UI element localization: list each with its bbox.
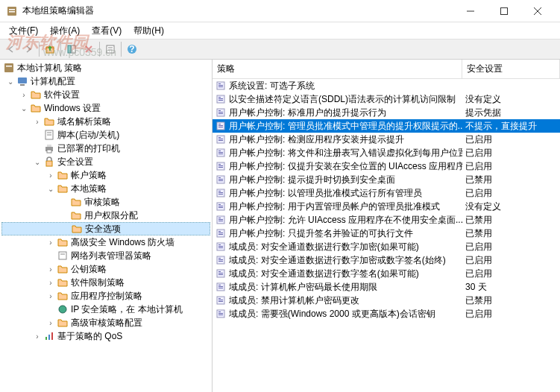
expand-icon[interactable]: › bbox=[45, 169, 57, 181]
policy-row[interactable]: 域成员: 需要强(Windows 2000 或更高版本)会话密钥已启用 bbox=[213, 307, 560, 320]
delete-button[interactable] bbox=[81, 41, 97, 57]
svg-rect-65 bbox=[218, 180, 223, 181]
svg-rect-35 bbox=[218, 83, 221, 84]
menu-help[interactable]: 帮助(H) bbox=[128, 23, 170, 39]
tree-pubkey[interactable]: › 公钥策略 bbox=[1, 262, 210, 276]
tree-security[interactable]: ⌄ 安全设置 bbox=[1, 155, 210, 168]
policy-icon bbox=[215, 107, 226, 118]
policy-row[interactable]: 用户帐户控制: 只提升签名并验证的可执行文件已禁用 bbox=[213, 227, 560, 240]
tree-windows[interactable]: ⌄ Windows 设置 bbox=[1, 101, 210, 115]
policy-row[interactable]: 用户帐户控制: 管理员批准模式中管理员的提升权限提示的...不提示，直接提升 bbox=[213, 119, 560, 133]
policy-icon bbox=[215, 282, 226, 292]
expand-icon[interactable]: › bbox=[31, 330, 43, 342]
tree-appctl[interactable]: › 应用程序控制策略 bbox=[1, 289, 210, 303]
policy-row[interactable]: 域成员: 计算机帐户密码最长使用期限30 天 bbox=[213, 280, 560, 294]
column-setting[interactable]: 安全设置 bbox=[462, 60, 560, 78]
policy-row[interactable]: 域成员: 对安全通道数据进行数字加密(如果可能)已启用 bbox=[213, 240, 560, 253]
tree-printer[interactable]: 已部署的打印机 bbox=[1, 142, 210, 155]
tree-label: 安全选项 bbox=[85, 223, 121, 235]
policy-name: 用户帐户控制: 标准用户的提升提示行为 bbox=[229, 107, 386, 119]
expand-icon[interactable]: › bbox=[31, 116, 43, 127]
svg-rect-93 bbox=[218, 274, 223, 275]
policy-row[interactable]: 用户帐户控制: 提示提升时切换到安全桌面已禁用 bbox=[213, 173, 560, 186]
policy-row[interactable]: 用户帐户控制: 检测应用程序安装并提示提升已启用 bbox=[213, 133, 560, 146]
tree-audit[interactable]: 审核策略 bbox=[1, 195, 210, 209]
policy-row[interactable]: 用户帐户控制: 用于内置管理员帐户的管理员批准模式没有定义 bbox=[213, 200, 560, 213]
expand-icon[interactable]: › bbox=[45, 317, 57, 329]
expand-icon[interactable]: › bbox=[45, 236, 57, 248]
menu-action[interactable]: 操作(A) bbox=[44, 23, 86, 39]
policy-row[interactable]: 域成员: 对安全通道数据进行数字加密或数字签名(始终)已启用 bbox=[213, 253, 560, 267]
tree-panel[interactable]: 本地计算机 策略 ⌄ 计算机配置 › 软件设置 ⌄ Windows 设置 › 域… bbox=[0, 60, 213, 392]
tree-advaudit[interactable]: › 高级审核策略配置 bbox=[1, 316, 210, 329]
tree-firewall[interactable]: › 高级安全 Windows 防火墙 bbox=[1, 235, 210, 249]
up-button[interactable] bbox=[42, 41, 58, 57]
svg-rect-99 bbox=[218, 298, 221, 299]
tree-software[interactable]: › 软件设置 bbox=[1, 88, 210, 101]
collapse-icon[interactable]: ⌄ bbox=[45, 183, 57, 195]
policy-row[interactable]: 用户帐户控制: 将文件和注册表写入错误虚拟化到每用户位置已启用 bbox=[213, 146, 560, 159]
tree-local[interactable]: ⌄ 本地策略 bbox=[1, 182, 210, 195]
policy-row[interactable]: 用户帐户控制: 以管理员批准模式运行所有管理员已启用 bbox=[213, 186, 560, 200]
expand-icon[interactable]: › bbox=[45, 276, 57, 288]
policy-row[interactable]: 用户帐户控制: 仅提升安装在安全位置的 UIAccess 应用程序已启用 bbox=[213, 159, 560, 173]
expand-icon[interactable]: › bbox=[45, 263, 57, 275]
column-policy[interactable]: 策略 bbox=[213, 60, 462, 78]
policy-name: 用户帐户控制: 用于内置管理员帐户的管理员批准模式 bbox=[229, 200, 440, 213]
maximize-button[interactable] bbox=[487, 1, 520, 22]
close-button[interactable] bbox=[520, 1, 554, 22]
menu-view[interactable]: 查看(V) bbox=[86, 23, 128, 39]
svg-rect-101 bbox=[218, 301, 223, 302]
tree-computer-config[interactable]: ⌄ 计算机配置 bbox=[1, 75, 210, 88]
svg-rect-88 bbox=[218, 259, 223, 260]
svg-rect-55 bbox=[218, 151, 221, 151]
policy-row[interactable]: 用户帐户控制: 允许 UIAccess 应用程序在不使用安全桌面...已禁用 bbox=[213, 213, 560, 227]
policy-row[interactable]: 域成员: 对安全通道数据进行数字签名(如果可能)已启用 bbox=[213, 267, 560, 280]
tree-root[interactable]: 本地计算机 策略 bbox=[1, 61, 210, 75]
list-panel[interactable]: 策略 安全设置 系统设置: 可选子系统以安全描述符定义语言(SDDL)语法表示的… bbox=[213, 60, 560, 392]
back-button[interactable] bbox=[3, 41, 19, 57]
svg-rect-79 bbox=[218, 231, 221, 232]
collapse-icon[interactable]: ⌄ bbox=[31, 156, 43, 168]
collapse-icon[interactable]: ⌄ bbox=[4, 75, 16, 87]
tree-security-options[interactable]: 安全选项 bbox=[1, 222, 210, 235]
policy-row[interactable]: 用户帐户控制: 标准用户的提升提示行为提示凭据 bbox=[213, 106, 560, 119]
properties-button[interactable] bbox=[102, 41, 119, 57]
forward-button[interactable] bbox=[20, 41, 37, 57]
svg-rect-47 bbox=[218, 124, 221, 124]
policy-value: 已禁用 bbox=[462, 294, 560, 307]
policy-icon bbox=[215, 174, 226, 185]
menubar: 文件(F) 操作(A) 查看(V) 帮助(H) bbox=[0, 22, 560, 39]
minimize-button[interactable] bbox=[453, 1, 487, 22]
help-button[interactable]: ? bbox=[124, 41, 140, 57]
tree-restrict[interactable]: › 软件限制策略 bbox=[1, 276, 210, 289]
policy-row[interactable]: 以安全描述符定义语言(SDDL)语法表示的计算机访问限制没有定义 bbox=[213, 92, 560, 106]
tree-label: 脚本(启动/关机) bbox=[57, 129, 119, 142]
collapse-icon[interactable]: ⌄ bbox=[18, 102, 30, 114]
tree-rights[interactable]: 用户权限分配 bbox=[1, 209, 210, 222]
tree-account[interactable]: › 帐户策略 bbox=[1, 168, 210, 182]
tree-netlist[interactable]: 网络列表管理器策略 bbox=[1, 249, 210, 262]
svg-rect-2 bbox=[9, 11, 15, 13]
tree-dns[interactable]: › 域名解析策略 bbox=[1, 115, 210, 128]
tree-qos[interactable]: › 基于策略的 QoS bbox=[1, 329, 210, 343]
policy-row[interactable]: 系统设置: 可选子系统 bbox=[213, 79, 560, 92]
expand-icon[interactable]: › bbox=[45, 290, 57, 302]
tree-ipsec[interactable]: IP 安全策略，在 本地计算机 bbox=[1, 303, 210, 316]
svg-rect-104 bbox=[218, 313, 223, 314]
svg-rect-67 bbox=[218, 191, 221, 192]
svg-rect-33 bbox=[51, 332, 53, 340]
svg-rect-36 bbox=[218, 85, 223, 86]
policy-row[interactable]: 域成员: 禁用计算机帐户密码更改已禁用 bbox=[213, 294, 560, 307]
svg-rect-17 bbox=[4, 63, 13, 72]
expand-icon[interactable]: › bbox=[18, 89, 30, 101]
svg-rect-77 bbox=[218, 221, 223, 221]
tree-label: 软件限制策略 bbox=[71, 276, 125, 289]
show-hide-tree-button[interactable] bbox=[63, 41, 80, 57]
menu-file[interactable]: 文件(F) bbox=[3, 23, 44, 39]
policy-value: 30 天 bbox=[462, 281, 560, 294]
tree-label: 本地策略 bbox=[71, 183, 107, 195]
tree-script[interactable]: 脚本(启动/关机) bbox=[1, 128, 210, 142]
tree-label: 审核策略 bbox=[84, 196, 120, 209]
svg-rect-89 bbox=[218, 261, 223, 262]
